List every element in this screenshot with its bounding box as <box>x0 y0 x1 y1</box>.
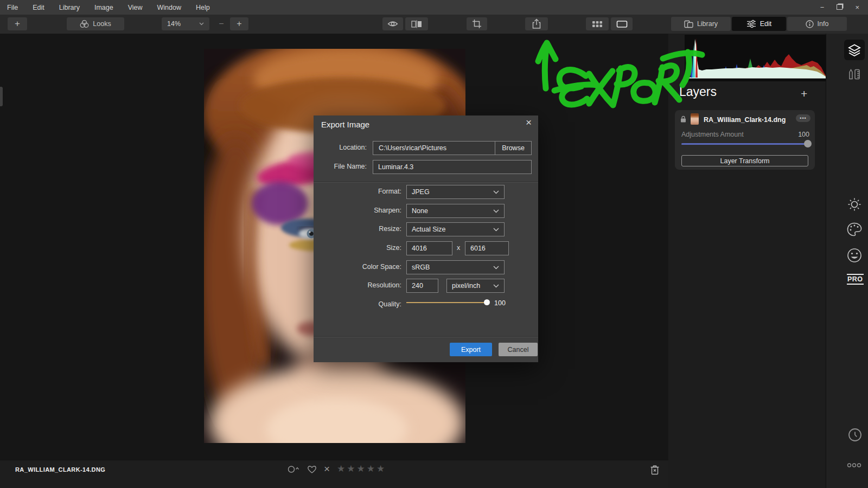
resolution-unit-select[interactable]: pixel/inch <box>446 279 505 293</box>
tool-strip: PRO <box>826 34 868 488</box>
sharpen-label: Sharpen: <box>314 207 401 214</box>
layer-thumbnail <box>691 113 699 125</box>
zoom-level-value: 14% <box>167 20 181 28</box>
histogram[interactable] <box>685 35 831 81</box>
quality-value: 100 <box>494 299 506 307</box>
share-icon <box>532 18 541 29</box>
reject-button[interactable]: × <box>324 464 330 474</box>
star-rating-2[interactable]: ★ <box>347 464 355 473</box>
color-label-button[interactable] <box>288 465 300 473</box>
before-after-icon <box>411 20 422 28</box>
star-rating-1[interactable]: ★ <box>337 464 345 473</box>
browse-button[interactable]: Browse <box>495 142 531 155</box>
quality-slider-knob[interactable] <box>484 299 490 305</box>
menu-help[interactable]: Help <box>196 4 210 11</box>
adjustments-slider-knob[interactable] <box>804 140 812 147</box>
location-field: Browse <box>373 141 532 155</box>
adjustments-amount-label: Adjustments Amount <box>681 131 744 138</box>
zoom-in-button[interactable]: + <box>230 17 248 30</box>
professional-tools-button[interactable]: PRO <box>847 274 864 285</box>
history-button[interactable] <box>847 427 863 442</box>
sliders-icon <box>746 20 756 28</box>
sharpen-select[interactable]: None <box>406 204 505 218</box>
layers-icon <box>847 43 861 57</box>
pro-label: PRO <box>847 274 864 285</box>
restore-button[interactable] <box>837 3 843 11</box>
current-filename: RA_WILLIAM_CLARK-14.DNG <box>15 466 105 473</box>
canvas-tools-button[interactable] <box>848 68 861 81</box>
library-icon <box>684 20 693 28</box>
quality-label: Quality: <box>314 300 401 308</box>
format-select[interactable]: JPEG <box>406 185 505 199</box>
export-button[interactable]: Export <box>450 343 492 356</box>
histogram-chart <box>685 35 831 81</box>
size-width-input[interactable] <box>406 241 452 255</box>
share-export-button[interactable] <box>525 17 548 30</box>
menu-window[interactable]: Window <box>157 4 181 11</box>
portrait-tools-button[interactable] <box>846 247 863 264</box>
toolbar: + Looks 14% − + Library <box>0 15 868 34</box>
looks-label: Looks <box>93 20 111 28</box>
compare-button[interactable] <box>405 17 428 30</box>
file-name-input[interactable] <box>373 160 532 174</box>
add-image-button[interactable]: + <box>8 17 27 30</box>
size-height-input[interactable] <box>465 241 509 255</box>
close-window-button[interactable]: × <box>855 3 859 11</box>
delete-button[interactable] <box>650 464 660 478</box>
quick-preview-button[interactable] <box>382 17 403 30</box>
color-space-label: Color Space: <box>314 263 401 271</box>
minimize-button[interactable]: − <box>820 3 825 11</box>
panel-collapse-handle[interactable] <box>0 87 3 106</box>
single-image-view-button[interactable] <box>611 17 633 30</box>
pencil-ruler-icon <box>848 68 861 81</box>
add-layer-button[interactable]: + <box>801 87 807 100</box>
clock-icon <box>847 427 863 442</box>
star-rating-4[interactable]: ★ <box>367 464 375 473</box>
gallery-view-button[interactable] <box>586 17 609 30</box>
zoom-out-button[interactable]: − <box>214 17 229 30</box>
looks-button[interactable]: Looks <box>67 17 124 30</box>
adjustments-amount-slider[interactable] <box>681 143 807 145</box>
menu-file[interactable]: File <box>7 4 18 11</box>
essentials-tools-button[interactable] <box>846 196 863 213</box>
tab-library[interactable]: Library <box>671 17 731 31</box>
resolution-input[interactable] <box>406 279 438 293</box>
layer-menu-button[interactable]: ••• <box>796 114 810 122</box>
eye-icon <box>387 20 398 28</box>
tab-edit-label: Edit <box>760 20 772 28</box>
menu-edit[interactable]: Edit <box>33 4 44 11</box>
tab-edit[interactable]: Edit <box>732 17 786 31</box>
title-bar: File Edit Library Image View Window Help… <box>0 0 868 15</box>
chevron-down-icon <box>493 228 499 232</box>
window-controls: − × <box>820 3 868 11</box>
tab-library-label: Library <box>697 20 718 28</box>
layer-item[interactable]: RA_William_Clark-14.dng ••• Adjustments … <box>675 110 815 170</box>
dialog-close-button[interactable]: × <box>526 117 532 129</box>
more-options-button[interactable] <box>847 463 861 468</box>
star-rating: ★ ★ ★ ★ ★ <box>337 464 385 473</box>
cancel-button[interactable]: Cancel <box>499 343 538 356</box>
chevron-down-icon <box>493 209 499 213</box>
resize-select[interactable]: Actual Size <box>406 222 505 236</box>
favorite-button[interactable] <box>307 465 317 473</box>
dialog-title: Export Image <box>321 120 369 129</box>
tab-info-label: Info <box>818 20 829 28</box>
star-rating-5[interactable]: ★ <box>376 464 385 473</box>
tab-info[interactable]: Info <box>787 17 847 31</box>
menu-library[interactable]: Library <box>59 4 80 11</box>
color-space-select[interactable]: sRGB <box>406 260 505 274</box>
zoom-level-select[interactable]: 14% <box>162 17 209 30</box>
adjustments-amount-value: 100 <box>798 131 809 138</box>
star-rating-3[interactable]: ★ <box>357 464 365 473</box>
crop-button[interactable] <box>467 17 487 30</box>
creative-tools-button[interactable] <box>846 222 863 237</box>
lock-icon <box>680 115 686 125</box>
quality-slider[interactable] <box>406 302 487 303</box>
ellipsis-icon <box>847 463 861 468</box>
layer-transform-button[interactable]: Layer Transform <box>681 155 808 166</box>
menu-image[interactable]: Image <box>94 4 113 11</box>
layers-tool-button[interactable] <box>844 40 865 60</box>
grid-view-icon <box>592 20 603 28</box>
location-input[interactable] <box>373 142 495 155</box>
menu-view[interactable]: View <box>128 4 143 11</box>
